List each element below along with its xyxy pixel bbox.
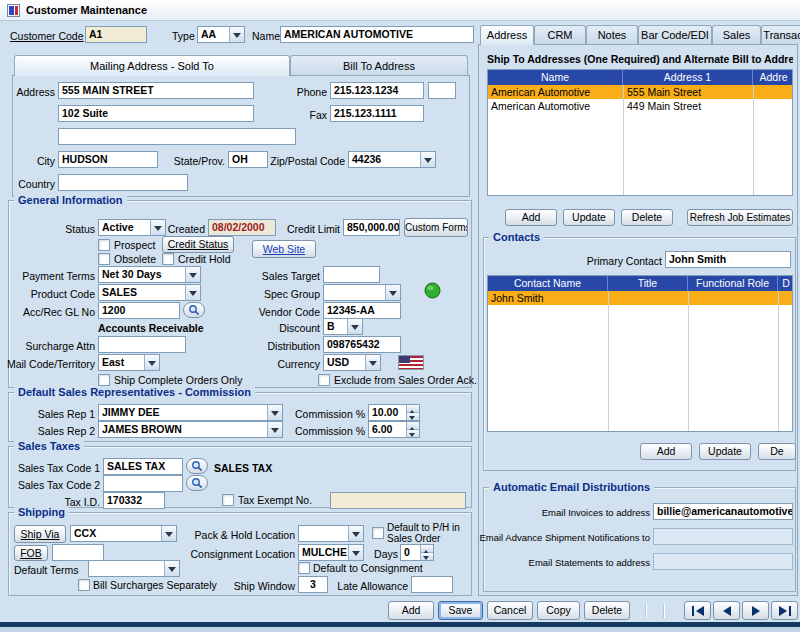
chevron-down-icon[interactable] bbox=[229, 27, 244, 42]
arrow-down-icon[interactable] bbox=[407, 430, 419, 437]
status-select[interactable]: Active bbox=[98, 219, 166, 236]
save-button[interactable]: Save bbox=[438, 601, 483, 620]
email-invoices-input[interactable]: billie@americanautomotive.c bbox=[653, 503, 793, 520]
nav-next-icon[interactable] bbox=[742, 601, 769, 620]
tab-notes[interactable]: Notes bbox=[586, 25, 638, 44]
contacts-add-button[interactable]: Add bbox=[640, 443, 692, 460]
payment-terms-select[interactable]: Net 30 Days bbox=[98, 266, 201, 283]
tab-sales[interactable]: Sales bbox=[712, 25, 761, 44]
add-button[interactable]: Add bbox=[388, 601, 434, 620]
chevron-down-icon[interactable] bbox=[348, 545, 363, 560]
chevron-down-icon[interactable] bbox=[267, 422, 282, 437]
green-globe-icon[interactable] bbox=[424, 282, 441, 299]
ship-via-button[interactable]: Ship Via bbox=[14, 525, 66, 543]
spec-group-select[interactable] bbox=[323, 284, 401, 301]
ship-to-row[interactable]: American Automotive 449 Main Street bbox=[488, 99, 792, 113]
address-line2-input[interactable]: 102 Suite bbox=[58, 105, 254, 122]
credit-status-button[interactable]: Credit Status bbox=[162, 236, 234, 253]
discount-select[interactable]: B bbox=[323, 318, 363, 335]
ship-window-input[interactable]: 3 bbox=[298, 576, 328, 593]
ship-to-add-button[interactable]: Add bbox=[505, 209, 557, 226]
obsolete-checkbox[interactable] bbox=[98, 253, 110, 265]
pack-hold-select[interactable] bbox=[298, 525, 364, 542]
sales-rep2-select[interactable]: JAMES BROWN bbox=[98, 421, 283, 438]
sales-rep1-select[interactable]: JIMMY DEE bbox=[98, 404, 283, 421]
late-allowance-input[interactable] bbox=[411, 576, 453, 593]
cancel-button[interactable]: Cancel bbox=[487, 601, 533, 620]
days-stepper[interactable]: 0 bbox=[400, 544, 434, 561]
currency-select[interactable]: USD bbox=[323, 354, 381, 371]
customer-name-field[interactable]: AMERICAN AUTOMOTIVE bbox=[280, 26, 474, 43]
delete-button[interactable]: Delete bbox=[584, 601, 630, 620]
ship-via-select[interactable]: CCX bbox=[70, 525, 177, 542]
nav-previous-icon[interactable] bbox=[713, 601, 740, 620]
chevron-down-icon[interactable] bbox=[420, 152, 435, 167]
prospect-checkbox[interactable] bbox=[98, 239, 110, 251]
arrow-up-icon[interactable] bbox=[407, 422, 419, 430]
credit-hold-checkbox[interactable] bbox=[162, 253, 174, 265]
customer-code-field[interactable]: A1 bbox=[85, 26, 147, 43]
arrow-up-icon[interactable] bbox=[407, 405, 419, 413]
arrow-up-icon[interactable] bbox=[421, 545, 433, 553]
stepper-arrows-icon[interactable] bbox=[406, 422, 419, 437]
ship-to-delete-button[interactable]: Delete bbox=[621, 209, 673, 226]
ship-to-row-selected[interactable]: American Automotive 555 Main Street bbox=[488, 85, 792, 99]
nav-last-icon[interactable] bbox=[771, 601, 798, 620]
bill-surcharges-checkbox[interactable] bbox=[78, 579, 90, 591]
chevron-down-icon[interactable] bbox=[161, 526, 176, 541]
arrow-down-icon[interactable] bbox=[407, 413, 419, 420]
sales-tax-code1-input[interactable]: SALES TAX bbox=[103, 458, 183, 475]
commission2-stepper[interactable]: 6.00 bbox=[368, 421, 420, 438]
surcharge-attn-input[interactable] bbox=[98, 336, 186, 353]
default-consignment-checkbox[interactable] bbox=[298, 562, 310, 574]
tax-id-input[interactable]: 170332 bbox=[103, 492, 165, 509]
contacts-delete-button[interactable]: De bbox=[758, 443, 796, 460]
magnifier-icon[interactable] bbox=[186, 458, 208, 474]
stepper-arrows-icon[interactable] bbox=[420, 545, 433, 560]
city-input[interactable]: HUDSON bbox=[58, 151, 158, 168]
tab-address[interactable]: Address bbox=[480, 25, 534, 45]
arrow-down-icon[interactable] bbox=[421, 553, 433, 560]
chevron-down-icon[interactable] bbox=[185, 285, 200, 300]
tab-transactions[interactable]: Transac bbox=[761, 25, 800, 44]
nav-first-icon[interactable] bbox=[684, 601, 711, 620]
chevron-down-icon[interactable] bbox=[144, 355, 159, 370]
consignment-select[interactable]: MULCHES bbox=[298, 544, 364, 561]
commission1-stepper[interactable]: 10.00 bbox=[368, 404, 420, 421]
chevron-down-icon[interactable] bbox=[347, 319, 362, 334]
tab-crm[interactable]: CRM bbox=[534, 25, 586, 44]
refresh-job-estimates-button[interactable]: Refresh Job Estimates bbox=[687, 209, 793, 226]
chevron-down-icon[interactable] bbox=[365, 355, 380, 370]
acc-rec-gl-input[interactable]: 1200 bbox=[98, 302, 180, 319]
web-site-button[interactable]: Web Site bbox=[252, 240, 316, 258]
sales-tax-code2-input[interactable] bbox=[103, 475, 183, 492]
magnifier-icon[interactable] bbox=[186, 475, 208, 491]
stepper-arrows-icon[interactable] bbox=[406, 405, 419, 420]
primary-contact-input[interactable]: John Smith bbox=[665, 251, 791, 268]
chevron-down-icon[interactable] bbox=[348, 526, 363, 541]
tab-bill-to-address[interactable]: Bill To Address bbox=[290, 55, 468, 76]
default-terms-select[interactable] bbox=[88, 560, 180, 577]
exclude-ack-checkbox[interactable] bbox=[318, 374, 330, 386]
vendor-code-input[interactable]: 12345-AA bbox=[323, 302, 401, 319]
customer-code-label[interactable]: Customer Code bbox=[10, 29, 84, 43]
credit-limit-input[interactable]: 850,000.00 bbox=[343, 219, 400, 236]
ship-complete-checkbox[interactable] bbox=[98, 374, 110, 386]
state-input[interactable]: OH bbox=[228, 151, 268, 168]
zip-select[interactable]: 44236 bbox=[348, 151, 436, 168]
default-ph-checkbox[interactable] bbox=[372, 527, 384, 539]
ship-to-table[interactable]: Name Address 1 Addre American Automotive… bbox=[487, 69, 793, 196]
fob-button[interactable]: FOB bbox=[14, 545, 48, 561]
sales-target-input[interactable] bbox=[323, 266, 380, 283]
chevron-down-icon[interactable] bbox=[385, 285, 400, 300]
chevron-down-icon[interactable] bbox=[164, 561, 179, 576]
product-code-select[interactable]: SALES bbox=[98, 284, 201, 301]
tab-mailing-address[interactable]: Mailing Address - Sold To bbox=[14, 55, 290, 76]
chevron-down-icon[interactable] bbox=[185, 267, 200, 282]
mail-code-select[interactable]: East bbox=[98, 354, 160, 371]
copy-button[interactable]: Copy bbox=[537, 601, 580, 620]
distribution-input[interactable]: 098765432 bbox=[323, 336, 401, 353]
chevron-down-icon[interactable] bbox=[267, 405, 282, 420]
country-input[interactable] bbox=[58, 174, 188, 191]
fax-input[interactable]: 215.123.1111 bbox=[330, 105, 424, 122]
